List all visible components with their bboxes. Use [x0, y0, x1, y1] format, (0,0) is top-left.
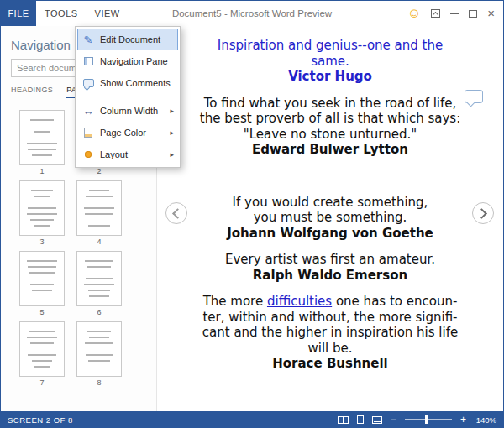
file-tab[interactable]: FILE [1, 1, 36, 26]
document-quotes: Inspiration and genius--one and thesame.… [182, 26, 478, 372]
quote-block: To find what you seek in the road of lif… [182, 96, 478, 158]
menu-item-layout[interactable]: Layout▸ [77, 144, 178, 165]
submenu-arrow-icon: ▸ [170, 150, 174, 159]
menu-item-label: Page Color [100, 128, 146, 138]
menu-item-navigation-pane[interactable]: Navigation Pane [77, 50, 178, 72]
menu-tools[interactable]: TOOLS [36, 8, 87, 18]
page-thumbnail-5[interactable] [19, 251, 65, 306]
menu-item-show-comments[interactable]: Show Comments [77, 72, 178, 94]
quote-author: Ralph Waldo Emerson [182, 268, 478, 284]
page-thumbnail-8[interactable] [76, 321, 122, 377]
window-title: Document5 - Microsoft Word Preview [172, 8, 332, 18]
quote-line: The more difficulties one has to encoun- [182, 294, 478, 310]
quote-author: Johann Wolfgang von Goethe [182, 226, 478, 242]
menu-item-label: Column Width [100, 106, 158, 116]
menu-item-label: Layout [100, 149, 128, 159]
thumbnail-cell: 7 [19, 321, 65, 387]
quote-line: Inspiration and genius--one and the [182, 38, 478, 54]
quote-block: Every artist was first an amateur.Ralph … [182, 252, 478, 283]
thumbnail-cell: 4 [76, 180, 122, 246]
quote-block: If you would create something,you must b… [182, 195, 478, 242]
zoom-out-button[interactable]: − [391, 415, 396, 424]
column-width-icon [81, 104, 95, 117]
page-number: 4 [97, 237, 101, 246]
quote-line: To find what you seek in the road of lif… [182, 96, 478, 112]
quote-block: Inspiration and genius--one and thesame.… [182, 38, 478, 85]
maximize-icon[interactable] [469, 10, 477, 18]
page-number: 8 [97, 378, 101, 387]
menu-item-label: Navigation Pane [100, 56, 168, 66]
quote-author: Victor Hugo [182, 69, 478, 85]
submenu-arrow-icon: ▸ [170, 107, 174, 115]
quote-author: Edward Bulwer Lytton [182, 142, 478, 158]
status-bar: SCREEN 2 OF 8 − + 140% [1, 411, 503, 428]
minimize-icon[interactable] [450, 13, 459, 14]
quote-block: The more difficulties one has to encoun-… [182, 294, 478, 372]
previous-screen-button[interactable] [165, 202, 187, 224]
chevron-right-icon [476, 208, 487, 219]
zoom-level[interactable]: 140% [475, 415, 496, 425]
zoom-slider[interactable] [405, 419, 452, 420]
page-thumbnail-3[interactable] [19, 180, 65, 236]
page-color-icon [81, 126, 95, 139]
quote-author: Horace Bushnell [182, 356, 478, 372]
word-window: FILE TOOLS VIEW Document5 - Microsoft Wo… [0, 0, 504, 428]
zoom-in-button[interactable]: + [460, 415, 466, 424]
comment-bubble-icon[interactable] [465, 90, 483, 103]
thumbnail-cell: 1 [19, 110, 65, 175]
menu-separator [80, 97, 176, 97]
page-number: 5 [39, 308, 44, 316]
page-number: 3 [39, 237, 44, 246]
print-layout-icon[interactable] [357, 415, 364, 424]
edit-document-icon [81, 33, 95, 46]
thumbnail-cell: 8 [76, 321, 122, 387]
page-number: 1 [39, 167, 44, 175]
thumbnail-cell: 5 [19, 251, 65, 316]
hyperlink-difficulties[interactable]: difficulties [267, 294, 332, 309]
next-screen-button[interactable] [472, 202, 494, 224]
quote-line: the best proverb of all is that which sa… [182, 111, 478, 127]
page-thumbnail-4[interactable] [76, 180, 122, 236]
close-icon[interactable]: × [487, 8, 495, 19]
menu-item-column-width[interactable]: Column Width▸ [77, 100, 178, 122]
quote-line: "Leave no stone unturned." [182, 127, 478, 143]
view-menu: Edit DocumentNavigation PaneShow Comment… [75, 26, 181, 168]
titlebar-menus: TOOLS VIEW [36, 8, 129, 18]
page-thumbnail-6[interactable] [76, 251, 122, 306]
thumbnail-cell: 6 [76, 251, 122, 316]
read-mode-icon[interactable] [338, 416, 349, 424]
submenu-arrow-icon: ▸ [170, 128, 174, 137]
page-number: 6 [97, 308, 101, 316]
feedback-smiley-icon[interactable]: ☺ [407, 7, 421, 20]
quote-line: will be. [182, 341, 478, 357]
zoom-slider-thumb[interactable] [425, 415, 428, 424]
web-layout-icon[interactable] [372, 416, 382, 424]
page-number: 2 [97, 167, 101, 175]
statusbar-controls: − + 140% [338, 415, 496, 425]
quote-line: you must be something. [182, 210, 478, 226]
layout-icon [81, 148, 95, 161]
quote-line: Every artist was first an amateur. [182, 252, 478, 268]
show-comments-icon [81, 76, 95, 90]
menu-view[interactable]: VIEW [87, 8, 129, 18]
chevron-left-icon [172, 208, 183, 219]
quote-line: If you would create something, [182, 195, 478, 211]
menu-item-page-color[interactable]: Page Color▸ [77, 122, 178, 144]
thumbnail-cell: 3 [19, 180, 65, 246]
tab-headings[interactable]: HEADINGS [11, 86, 53, 98]
titlebar: FILE TOOLS VIEW Document5 - Microsoft Wo… [1, 1, 503, 26]
menu-item-label: Edit Document [100, 34, 160, 44]
page-number: 7 [39, 378, 44, 387]
document-canvas: Inspiration and genius--one and thesame.… [157, 26, 503, 411]
quote-line: same. [182, 54, 478, 70]
quote-line: cant and the higher in inspiration his l… [182, 325, 478, 341]
page-thumbnail-1[interactable] [19, 110, 65, 165]
screen-indicator: SCREEN 2 OF 8 [8, 415, 73, 425]
menu-item-label: Show Comments [100, 78, 171, 88]
page-thumbnail-7[interactable] [19, 321, 65, 377]
navigation-pane-icon [81, 55, 95, 68]
menu-item-edit-document[interactable]: Edit Document [77, 29, 178, 50]
auto-hide-ribbon-icon[interactable] [431, 9, 440, 18]
quote-line: ter, within and without, the more signif… [182, 310, 478, 326]
window-controls: ☺ × [407, 7, 503, 20]
